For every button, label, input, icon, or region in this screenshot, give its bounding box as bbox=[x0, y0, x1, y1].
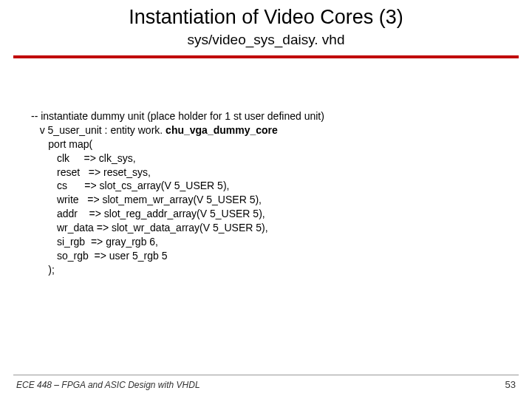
code-block: -- instantiate dummy unit (place holder … bbox=[31, 109, 324, 277]
slide: Instantiation of Video Cores (3) sys/vid… bbox=[0, 0, 532, 399]
code-line: si_rgb => gray_rgb 6, bbox=[31, 236, 158, 248]
code-line: clk => clk_sys, bbox=[31, 152, 136, 164]
footer-divider bbox=[13, 375, 519, 375]
code-line: wr_data => slot_wr_data_array(V 5_USER 5… bbox=[31, 222, 268, 233]
title-underline bbox=[13, 55, 519, 58]
code-line: addr => slot_reg_addr_array(V 5_USER 5), bbox=[31, 208, 265, 219]
code-line: so_rgb => user 5_rgb 5 bbox=[31, 250, 167, 262]
code-line: ); bbox=[31, 264, 55, 276]
code-line: port map( bbox=[31, 138, 92, 150]
code-line: write => slot_mem_wr_array(V 5_USER 5), bbox=[31, 194, 262, 205]
code-line: v 5_user_unit : entity work. bbox=[31, 124, 166, 136]
page-number: 53 bbox=[505, 379, 516, 390]
entity-name: chu_vga_dummy_core bbox=[166, 124, 278, 136]
code-line: reset => reset_sys, bbox=[31, 166, 151, 178]
slide-title: Instantiation of Video Cores (3) bbox=[0, 0, 532, 29]
code-line: -- instantiate dummy unit (place holder … bbox=[31, 110, 324, 122]
code-line: cs => slot_cs_array(V 5_USER 5), bbox=[31, 180, 229, 191]
slide-subtitle: sys/video_sys_daisy. vhd bbox=[0, 29, 532, 48]
footer-course: ECE 448 – FPGA and ASIC Design with VHDL bbox=[16, 380, 200, 390]
